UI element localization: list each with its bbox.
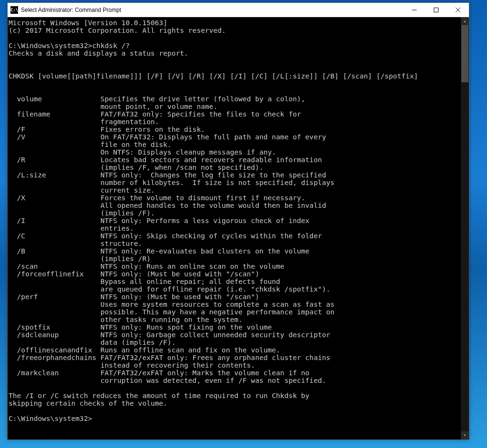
titlebar[interactable]: C:\ Select Administrator: Command Prompt	[8, 3, 469, 17]
scrollbar-track[interactable]	[461, 25, 469, 431]
svg-rect-1	[434, 8, 438, 12]
scrollbar-thumb[interactable]	[461, 25, 468, 82]
scroll-up-button[interactable]: ▲	[461, 17, 469, 25]
minimize-icon	[412, 8, 417, 12]
console-output[interactable]: Microsoft Windows [Version 10.0.15063] (…	[8, 17, 461, 439]
cmd-icon: C:\	[10, 6, 18, 14]
minimize-button[interactable]	[403, 3, 425, 17]
console-area[interactable]: Microsoft Windows [Version 10.0.15063] (…	[8, 17, 469, 439]
close-icon	[456, 8, 460, 12]
scroll-down-button[interactable]: ▼	[461, 431, 469, 439]
vertical-scrollbar[interactable]: ▲ ▼	[461, 17, 469, 439]
window-title: Select Administrator: Command Prompt	[21, 7, 403, 13]
maximize-icon	[434, 8, 438, 12]
command-prompt-window: C:\ Select Administrator: Command Prompt…	[7, 2, 469, 440]
maximize-button[interactable]	[425, 3, 447, 17]
window-controls	[403, 3, 469, 17]
close-button[interactable]	[447, 3, 469, 17]
